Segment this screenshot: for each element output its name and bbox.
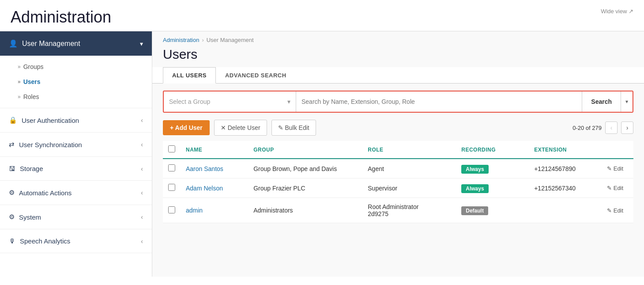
th-role: ROLE	[362, 141, 456, 159]
row1-checkbox[interactable]	[168, 164, 175, 171]
sidebar-sub-items: » Groups » Users » Roles	[0, 56, 152, 108]
sidebar-collapsible-auto-actions[interactable]: ⚙ Automatic Actions ‹	[0, 181, 152, 205]
sidebar-section-header-user-management[interactable]: 👤 User Management ▾	[0, 31, 152, 56]
add-user-button[interactable]: + Add User	[163, 120, 210, 135]
user-management-label: User Management	[22, 40, 80, 48]
auto-actions-label: Automatic Actions	[19, 189, 72, 197]
row1-name-link[interactable]: Aaron Santos	[186, 165, 223, 172]
sidebar-collapsible-user-auth[interactable]: 🔒 User Authentication ‹	[0, 108, 152, 132]
row3-role-line1: Root Administrator	[368, 203, 418, 210]
row1-role: Agent	[362, 159, 456, 179]
row1-recording-badge: Always	[461, 165, 488, 174]
pagination-prev-button[interactable]: ‹	[605, 122, 618, 134]
row1-group: Group Brown, Pope and Davis	[248, 159, 362, 179]
th-action	[602, 141, 633, 159]
row2-group: Group Frazier PLC	[248, 179, 362, 198]
sidebar-item-users[interactable]: » Users	[0, 74, 152, 89]
row3-checkbox[interactable]	[168, 206, 175, 213]
row2-name: Adam Nelson	[181, 179, 248, 198]
row3-recording-badge: Default	[461, 206, 488, 215]
sidebar-collapsible-storage[interactable]: 🖫 Storage ‹	[0, 157, 152, 180]
row2-recording: Always	[456, 179, 529, 198]
sidebar: 👤 User Management ▾ » Groups » Users » R…	[0, 31, 152, 277]
sidebar-section-speech-analytics: 🎙 Speech Analytics ‹	[0, 229, 152, 253]
table-row: Adam Nelson Group Frazier PLC Supervisor…	[163, 179, 633, 198]
storage-icon: 🖫	[9, 165, 15, 172]
speech-analytics-icon: 🎙	[9, 237, 15, 245]
user-management-icon: 👤	[9, 39, 18, 48]
row1-edit-link[interactable]: ✎ Edit	[607, 165, 628, 172]
row2-edit-link[interactable]: ✎ Edit	[607, 185, 628, 191]
row2-checkbox-cell	[163, 179, 181, 198]
search-input-wrapper[interactable]	[296, 91, 582, 112]
pagination-count: 0-20 of 279	[572, 125, 602, 131]
breadcrumb-administration[interactable]: Administration	[163, 37, 199, 43]
th-extension: EXTENSION	[529, 141, 602, 159]
auto-actions-icon: ⚙	[9, 189, 15, 197]
search-button[interactable]: Search	[582, 91, 621, 112]
search-btn-wrapper: Search ▾	[582, 91, 633, 112]
roles-label: Roles	[23, 93, 39, 100]
th-group: GROUP	[248, 141, 362, 159]
pagination-info: 0-20 of 279 ‹ ›	[572, 122, 633, 134]
sidebar-collapsible-speech-analytics[interactable]: 🎙 Speech Analytics ‹	[0, 229, 152, 253]
th-checkbox	[163, 141, 181, 159]
content-title: Users	[152, 45, 644, 67]
sidebar-section-user-management: 👤 User Management ▾ » Groups » Users » R…	[0, 31, 152, 108]
sidebar-section-user-auth: 🔒 User Authentication ‹	[0, 108, 152, 133]
page-header: Administration Wide view ↗	[0, 0, 644, 31]
row2-edit-cell: ✎ Edit	[602, 179, 633, 198]
table-row: Aaron Santos Group Brown, Pope and Davis…	[163, 159, 633, 179]
speech-analytics-chevron: ‹	[141, 238, 143, 245]
row3-edit-cell: ✎ Edit	[602, 198, 633, 223]
user-auth-label: User Authentication	[22, 117, 79, 124]
group-select-wrapper[interactable]: Select a Group ▾	[164, 91, 296, 112]
tabs-row: ALL USERS ADVANCED SEARCH	[152, 67, 644, 84]
wide-view-link[interactable]: Wide view ↗	[601, 8, 633, 15]
pagination-next-button[interactable]: ›	[621, 122, 633, 134]
layout: 👤 User Management ▾ » Groups » Users » R…	[0, 31, 644, 277]
table-body: Aaron Santos Group Brown, Pope and Davis…	[163, 159, 633, 223]
group-select-dropdown-icon: ▾	[287, 98, 290, 105]
row3-name-link[interactable]: admin	[186, 207, 203, 214]
search-input[interactable]	[301, 98, 576, 105]
row1-checkbox-cell	[163, 159, 181, 179]
delete-user-button[interactable]: ✕ Delete User	[214, 120, 267, 136]
users-table: NAME GROUP ROLE RECORDING EXTENSION	[163, 141, 633, 223]
user-sync-icon: ⇄	[9, 141, 15, 148]
group-select[interactable]: Select a Group	[169, 98, 284, 105]
row3-checkbox-cell	[163, 198, 181, 223]
row3-extension	[529, 198, 602, 223]
sidebar-item-groups[interactable]: » Groups	[0, 59, 152, 74]
bulk-edit-button[interactable]: ✎ Bulk Edit	[271, 120, 316, 136]
select-all-checkbox[interactable]	[168, 145, 175, 152]
row3-role-line2: 2d9275	[368, 210, 388, 217]
row2-recording-badge: Always	[461, 184, 488, 193]
sidebar-section-system: ⚙ System ‹	[0, 205, 152, 229]
search-dropdown-button[interactable]: ▾	[621, 91, 633, 112]
sidebar-section-auto-actions: ⚙ Automatic Actions ‹	[0, 181, 152, 205]
table-header: NAME GROUP ROLE RECORDING EXTENSION	[163, 141, 633, 159]
system-icon: ⚙	[9, 213, 15, 221]
sidebar-collapsible-user-sync[interactable]: ⇄ User Synchronization ‹	[0, 133, 152, 156]
row2-checkbox[interactable]	[168, 184, 175, 191]
sidebar-collapsible-system[interactable]: ⚙ System ‹	[0, 205, 152, 229]
main-content: Administration › User Management Users A…	[152, 31, 644, 277]
tab-advanced-search[interactable]: ADVANCED SEARCH	[216, 67, 296, 84]
system-label: System	[19, 213, 41, 221]
storage-chevron: ‹	[141, 165, 143, 172]
groups-label: Groups	[23, 63, 44, 70]
sidebar-section-storage: 🖫 Storage ‹	[0, 157, 152, 181]
tab-all-users[interactable]: ALL USERS	[163, 67, 216, 84]
sidebar-item-roles[interactable]: » Roles	[0, 89, 152, 104]
auto-actions-chevron: ‹	[141, 189, 143, 196]
user-sync-chevron: ‹	[141, 141, 143, 148]
page-title: Administration	[11, 8, 111, 27]
row1-extension: +12124567890	[529, 159, 602, 179]
system-chevron: ‹	[141, 213, 143, 220]
row3-edit-link[interactable]: ✎ Edit	[607, 207, 628, 214]
row1-name: Aaron Santos	[181, 159, 248, 179]
row2-name-link[interactable]: Adam Nelson	[186, 185, 223, 192]
speech-analytics-label: Speech Analytics	[20, 237, 70, 245]
breadcrumb: Administration › User Management	[152, 31, 644, 45]
